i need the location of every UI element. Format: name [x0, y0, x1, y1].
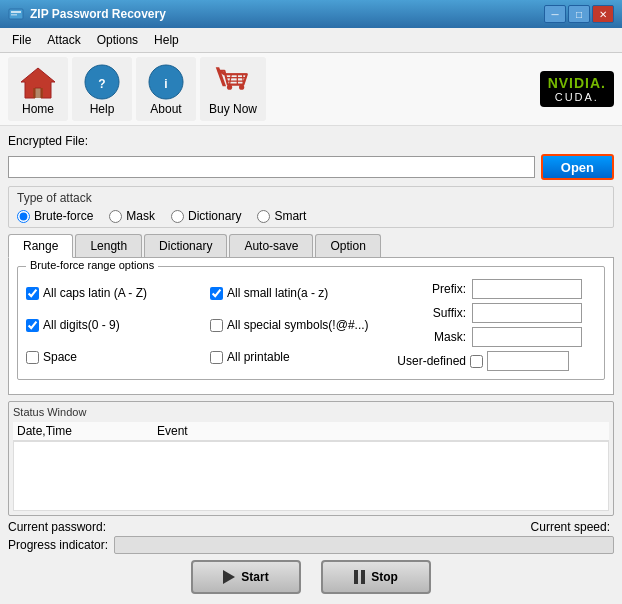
tab-dictionary[interactable]: Dictionary — [144, 234, 227, 257]
buy-now-button[interactable]: Buy Now — [200, 57, 266, 121]
current-password-label: Current password: — [8, 520, 106, 534]
checkbox-caps-latin-label: All caps latin (A - Z) — [43, 286, 147, 300]
tab-range[interactable]: Range — [8, 234, 73, 258]
user-defined-row: User-defined — [396, 351, 596, 371]
current-password-field: Current password: — [8, 520, 110, 534]
checkbox-special-input[interactable] — [210, 319, 223, 332]
suffix-input[interactable] — [472, 303, 582, 323]
radio-smart[interactable]: Smart — [257, 209, 306, 223]
svg-rect-1 — [11, 11, 21, 13]
radio-mask-input[interactable] — [109, 210, 122, 223]
radio-smart-input[interactable] — [257, 210, 270, 223]
tab-bar: Range Length Dictionary Auto-save Option — [8, 234, 614, 258]
progress-row: Progress indicator: — [8, 536, 614, 554]
svg-point-16 — [227, 85, 232, 90]
start-label: Start — [241, 570, 268, 584]
menu-file[interactable]: File — [4, 30, 39, 50]
help-button[interactable]: ? Help — [72, 57, 132, 121]
checkbox-caps-latin-input[interactable] — [26, 287, 39, 300]
radio-brute-force[interactable]: Brute-force — [17, 209, 93, 223]
checkbox-printable-label: All printable — [227, 350, 290, 364]
prefix-input[interactable] — [472, 279, 582, 299]
checkbox-space-input[interactable] — [26, 351, 39, 364]
tab-autosave[interactable]: Auto-save — [229, 234, 313, 257]
checkbox-space[interactable]: Space — [26, 343, 202, 371]
window-controls: ─ □ ✕ — [544, 5, 614, 23]
status-window-title: Status Window — [13, 406, 609, 418]
tab-content-range: Brute-force range options All caps latin… — [8, 258, 614, 395]
checkbox-caps-latin[interactable]: All caps latin (A - Z) — [26, 279, 202, 307]
tabs-container: Range Length Dictionary Auto-save Option… — [8, 234, 614, 395]
help-icon: ? — [82, 62, 122, 102]
home-label: Home — [22, 102, 54, 116]
open-button[interactable]: Open — [541, 154, 614, 180]
help-label: Help — [90, 102, 115, 116]
user-defined-input[interactable] — [487, 351, 569, 371]
about-icon: i — [146, 62, 186, 102]
cuda-text: CUDA. — [555, 91, 599, 103]
nvidia-logo: NVIDIA. CUDA. — [540, 71, 614, 107]
cart-icon — [213, 62, 253, 102]
action-buttons: Start Stop — [8, 560, 614, 594]
checkbox-digits[interactable]: All digits(0 - 9) — [26, 311, 202, 339]
checkbox-space-label: Space — [43, 350, 77, 364]
checkbox-digits-input[interactable] — [26, 319, 39, 332]
home-icon — [18, 62, 58, 102]
main-content: Encrypted File: Open Type of attack Brut… — [0, 126, 622, 604]
bottom-info: Current password: Current speed: — [8, 516, 614, 536]
menu-options[interactable]: Options — [89, 30, 146, 50]
radio-dictionary-label: Dictionary — [188, 209, 241, 223]
prefix-field-row: Prefix: — [396, 279, 596, 299]
user-defined-label: User-defined — [396, 354, 466, 368]
svg-text:i: i — [164, 77, 167, 91]
radio-mask-label: Mask — [126, 209, 155, 223]
buy-now-label: Buy Now — [209, 102, 257, 116]
minimize-button[interactable]: ─ — [544, 5, 566, 23]
checkbox-special[interactable]: All special symbols(!@#...) — [210, 311, 386, 339]
about-button[interactable]: i About — [136, 57, 196, 121]
tab-length[interactable]: Length — [75, 234, 142, 257]
encrypted-file-input[interactable] — [8, 156, 535, 178]
title-bar: ZIP Password Recovery ─ □ ✕ — [0, 0, 622, 28]
checkbox-grid: All caps latin (A - Z) All small latin(a… — [26, 279, 386, 371]
checkbox-small-latin-input[interactable] — [210, 287, 223, 300]
status-section: Status Window Date,Time Event — [8, 401, 614, 516]
close-button[interactable]: ✕ — [592, 5, 614, 23]
encrypted-file-label: Encrypted File: — [8, 134, 88, 148]
user-defined-checkbox[interactable] — [470, 355, 483, 368]
current-speed-field: Current speed: — [531, 520, 614, 534]
menu-help[interactable]: Help — [146, 30, 187, 50]
radio-mask[interactable]: Mask — [109, 209, 155, 223]
maximize-button[interactable]: □ — [568, 5, 590, 23]
stop-label: Stop — [371, 570, 398, 584]
svg-point-17 — [239, 85, 244, 90]
mask-field-row: Mask: — [396, 327, 596, 347]
nvidia-text: NVIDIA. — [548, 75, 606, 91]
home-button[interactable]: Home — [8, 57, 68, 121]
checkbox-special-label: All special symbols(!@#...) — [227, 318, 369, 332]
checkbox-digits-label: All digits(0 - 9) — [43, 318, 120, 332]
menu-attack[interactable]: Attack — [39, 30, 88, 50]
radio-brute-force-label: Brute-force — [34, 209, 93, 223]
radio-dictionary-input[interactable] — [171, 210, 184, 223]
prefix-label: Prefix: — [396, 282, 466, 296]
svg-line-13 — [230, 74, 232, 84]
current-speed-label: Current speed: — [531, 520, 610, 534]
svg-text:?: ? — [98, 77, 105, 91]
checkbox-printable-input[interactable] — [210, 351, 223, 364]
checkbox-printable[interactable]: All printable — [210, 343, 386, 371]
suffix-field-row: Suffix: — [396, 303, 596, 323]
checkbox-small-latin-label: All small latin(a - z) — [227, 286, 328, 300]
suffix-label: Suffix: — [396, 306, 466, 320]
brute-right-fields: Prefix: Suffix: Mask: User-defined — [396, 279, 596, 371]
progress-label: Progress indicator: — [8, 538, 108, 552]
start-button[interactable]: Start — [191, 560, 301, 594]
status-body — [13, 441, 609, 511]
stop-button[interactable]: Stop — [321, 560, 431, 594]
radio-brute-force-input[interactable] — [17, 210, 30, 223]
checkbox-small-latin[interactable]: All small latin(a - z) — [210, 279, 386, 307]
mask-input[interactable] — [472, 327, 582, 347]
tab-option[interactable]: Option — [315, 234, 380, 257]
radio-dictionary[interactable]: Dictionary — [171, 209, 241, 223]
svg-rect-4 — [33, 88, 43, 98]
